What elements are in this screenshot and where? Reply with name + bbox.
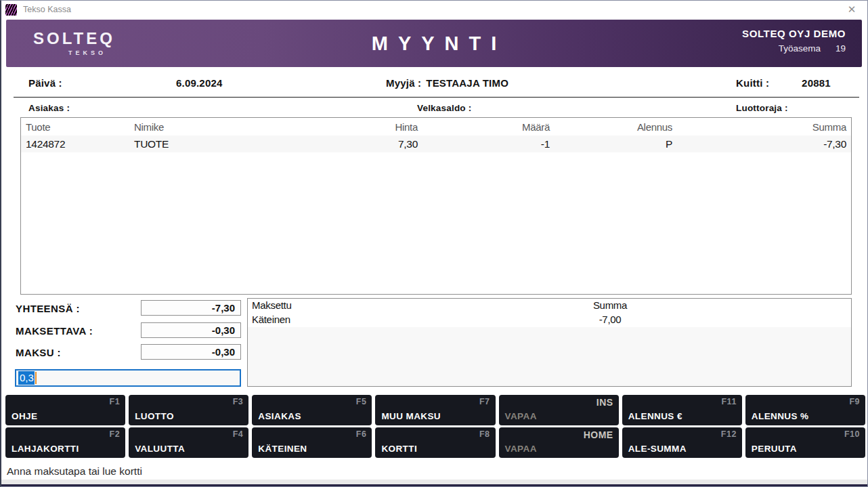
fkey-label: F1: [110, 397, 121, 406]
button-label: KORTTI: [381, 444, 417, 454]
page-title: MYYNTI: [362, 33, 507, 55]
item-product-code: 1424872: [21, 135, 129, 152]
function-key-grid: F1 OHJE F3 LUOTTO F5 ASIAKAS F7 MUU MAKS…: [5, 395, 865, 458]
col-header-maara: Määrä: [420, 118, 552, 135]
payment-row[interactable]: Käteinen -7,00: [248, 313, 851, 327]
col-header-nimike: Nimike: [129, 118, 305, 135]
company-name: SOLTEQ OYJ DEMO: [742, 28, 846, 39]
payment-sum: -7,00: [563, 314, 657, 325]
fkey-label: F6: [356, 429, 367, 439]
col-header-alennus: Alennus: [552, 118, 685, 135]
payment-amount-input[interactable]: 0,3: [15, 369, 241, 387]
payable-value-box: -0,30: [141, 322, 241, 338]
text-caret: [35, 372, 37, 384]
button-label: ALE-SUMMA: [628, 444, 687, 454]
header-divider: [14, 97, 859, 98]
asiakas-button[interactable]: F5 ASIAKAS: [252, 395, 372, 425]
total-value-box: -7,30: [141, 300, 241, 316]
payment-label: MAKSU :: [16, 347, 61, 358]
peruuta-button[interactable]: F10 PERUUTA: [745, 427, 865, 458]
total-label: YHTEENSÄ :: [16, 303, 80, 314]
item-quantity: -1: [420, 135, 552, 152]
item-row[interactable]: 1424872 TUOTE 7,30 -1 P -7,30: [21, 135, 851, 152]
titlebar: Tekso Kassa ✕: [1, 1, 867, 18]
fkey-label: INS: [596, 397, 613, 408]
debt-balance-label: Velkasaldo :: [417, 103, 471, 113]
items-table: Tuote Nimike Hinta Määrä Alennus Summa 1…: [21, 118, 851, 152]
fkey-label: F3: [233, 397, 244, 406]
valuutta-button[interactable]: F4 VALUUTTA: [129, 427, 248, 458]
luotto-button[interactable]: F3 LUOTTO: [129, 395, 248, 425]
workstation-number: 19: [836, 43, 846, 54]
button-label: VAPAA: [505, 444, 537, 454]
item-price: 7,30: [305, 135, 420, 152]
button-label: KÄTEINEN: [258, 444, 307, 454]
button-label: LUOTTO: [135, 411, 174, 421]
items-table-container: Tuote Nimike Hinta Määrä Alennus Summa 1…: [20, 117, 852, 295]
receipt: Kuitti : 20881: [736, 77, 831, 89]
button-label: ALENNUS €: [628, 411, 682, 421]
fkey-label: F7: [479, 397, 490, 406]
window-title: Tekso Kassa: [23, 5, 71, 14]
solteq-app-icon: [5, 4, 17, 16]
logo-subtext: TEKSO: [33, 49, 108, 56]
ale-summa-button[interactable]: F12 ALE-SUMMA: [622, 427, 742, 458]
vapaa-home-button: HOME VAPAA: [499, 427, 619, 458]
payments-header-row: Maksettu Summa: [248, 299, 851, 313]
fkey-label: F2: [110, 429, 121, 439]
close-icon[interactable]: ✕: [843, 1, 861, 18]
lahjakortti-button[interactable]: F2 LAHJAKORTTI: [5, 427, 125, 458]
payments-panel: Maksettu Summa Käteinen -7,00: [247, 298, 852, 387]
button-label: ALENNUS %: [752, 411, 809, 421]
item-sum: -7,30: [685, 135, 851, 152]
date-value: 6.09.2024: [176, 77, 223, 89]
seller-label: Myyjä :: [386, 77, 421, 89]
fkey-label: F11: [721, 397, 736, 406]
button-label: PERUUTA: [752, 444, 797, 454]
fkey-label: F12: [721, 429, 737, 439]
button-label: VALUUTTA: [135, 444, 185, 454]
fkey-label: F4: [233, 429, 244, 439]
customer-label: Asiakas :: [28, 103, 70, 113]
seller: Myyjä : TESTAAJA TIMO: [386, 77, 508, 89]
alennus-percent-button[interactable]: F9 ALENNUS %: [745, 395, 865, 425]
payment-value-box: -0,30: [141, 344, 241, 360]
status-message: Anna maksutapa tai lue kortti: [7, 465, 142, 478]
vapaa-ins-button: INS VAPAA: [499, 395, 619, 425]
workstation-label: Työasema: [779, 43, 821, 54]
fkey-label: F8: [479, 429, 490, 439]
item-name: TUOTE: [129, 135, 305, 152]
bottom-border-bar: [1, 484, 867, 486]
fkey-label: F10: [844, 429, 860, 439]
alennus-euro-button[interactable]: F11 ALENNUS €: [622, 395, 742, 425]
button-label: ASIAKAS: [258, 411, 301, 421]
payments-col-paid: Maksettu: [252, 299, 291, 311]
payable-label: MAKSETTAVA :: [16, 325, 93, 337]
kateinen-button[interactable]: F6 KÄTEINEN: [252, 427, 372, 458]
payment-method: Käteinen: [252, 314, 290, 325]
selected-input-text: 0,3: [18, 371, 35, 385]
app-header: SOLTEQ TEKSO MYYNTI SOLTEQ OYJ DEMO Työa…: [6, 20, 862, 67]
payments-col-sum: Summa: [563, 299, 657, 311]
fkey-label: HOME: [584, 429, 613, 440]
muu-maksu-button[interactable]: F7 MUU MAKSU: [375, 395, 495, 425]
credit-limit-label: Luottoraja :: [736, 103, 788, 113]
fkey-label: F5: [356, 397, 367, 406]
button-label: LAHJAKORTTI: [12, 444, 79, 454]
tekso-kassa-window: { "window": { "title": "Tekso Kassa", "c…: [0, 0, 868, 487]
workstation: Työasema19: [742, 43, 846, 54]
button-label: MUU MAKSU: [381, 411, 441, 421]
solteq-logo: SOLTEQ TEKSO: [33, 29, 108, 56]
fkey-label: F9: [849, 397, 860, 406]
col-header-tuote: Tuote: [21, 118, 129, 135]
items-header-row: Tuote Nimike Hinta Määrä Alennus Summa: [21, 118, 851, 135]
button-label: OHJE: [12, 411, 37, 421]
receipt-label: Kuitti :: [736, 77, 769, 89]
header-right: SOLTEQ OYJ DEMO Työasema19: [742, 28, 846, 54]
receipt-number: 20881: [802, 77, 831, 89]
ohje-button[interactable]: F1 OHJE: [5, 395, 125, 425]
kortti-button[interactable]: F8 KORTTI: [375, 427, 495, 458]
seller-value: TESTAAJA TIMO: [426, 77, 508, 89]
item-discount: P: [552, 135, 685, 152]
date-label: Päivä :: [28, 77, 62, 89]
